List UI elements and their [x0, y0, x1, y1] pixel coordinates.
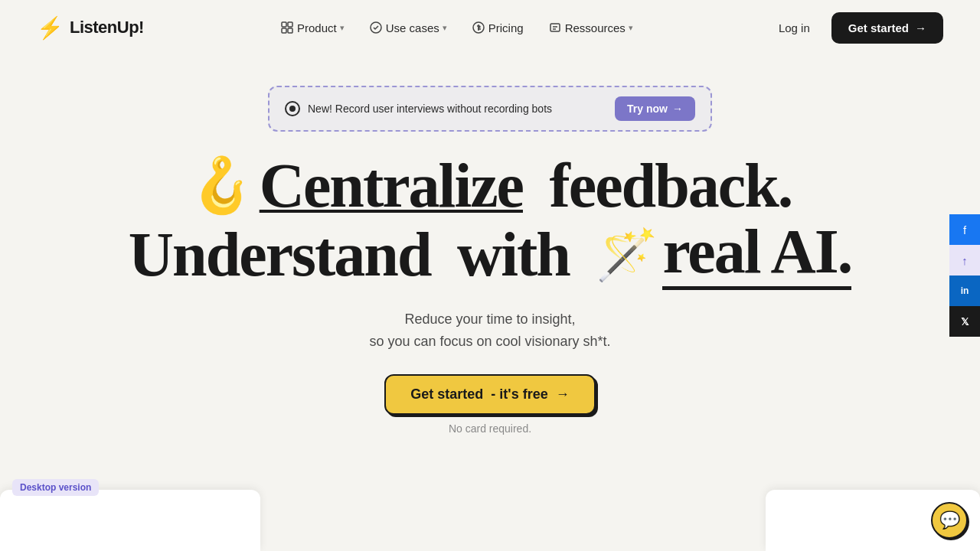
hero-word-real-ai: real AI. [662, 219, 851, 290]
product-label: Product [297, 21, 337, 34]
cta-rest-text: - it's free [491, 386, 547, 403]
nav-item-use-cases[interactable]: Use cases ▾ [358, 15, 458, 41]
hero-line2: Understand with 🪄 real AI. [31, 219, 949, 290]
linkedin-share-button[interactable]: in [949, 276, 980, 306]
logo[interactable]: ⚡ ListenUp! [37, 15, 144, 41]
get-started-nav-button[interactable]: Get started → [831, 12, 943, 44]
banner-text: New! Record user interviews without reco… [308, 103, 552, 115]
banner-left: New! Record user interviews without reco… [285, 101, 552, 116]
get-started-main-button[interactable]: Get started - it's free → [384, 374, 595, 415]
chat-icon: 💬 [939, 510, 960, 530]
pricing-icon [472, 21, 485, 34]
banner-container: New! Record user interviews without reco… [0, 86, 980, 132]
social-sidebar: f ↑ in 𝕏 [949, 214, 980, 337]
resources-chevron: ▾ [629, 23, 633, 33]
hero-subtitle-line1: Reduce your time to insight, [31, 308, 949, 331]
cta-bold-text: Get started [410, 386, 483, 403]
resources-icon [548, 21, 562, 34]
hero-line1: 🪝 Centralize feedback. [31, 153, 949, 219]
hero-word-understand: Understand [129, 222, 431, 288]
share-button[interactable]: ↑ [949, 245, 980, 276]
svg-rect-3 [288, 28, 292, 33]
login-button[interactable]: Log in [769, 15, 819, 41]
use-cases-chevron: ▾ [443, 23, 447, 33]
hero-title: 🪝 Centralize feedback. Understand with 🪄… [31, 153, 949, 290]
bottom-preview: Desktop version [0, 490, 980, 551]
navbar: ⚡ ListenUp! Product ▾ Use cases ▾ [0, 0, 980, 55]
chat-bubble-button[interactable]: 💬 [931, 502, 968, 539]
use-cases-label: Use cases [386, 21, 439, 34]
linkedin-icon: in [961, 285, 969, 296]
announcement-banner: New! Record user interviews without reco… [268, 86, 712, 132]
hero-word-feedback: feedback. [549, 153, 792, 219]
share-icon: ↑ [962, 254, 968, 267]
svg-rect-6 [550, 24, 560, 31]
hero-word-with: with [457, 222, 570, 288]
desktop-badge: Desktop version [12, 479, 99, 496]
hero-word-centralize: Centralize [260, 153, 523, 219]
cta-arrow: → [556, 386, 570, 403]
hero-subtitle: Reduce your time to insight, so you can … [31, 308, 949, 353]
nav-item-resources[interactable]: Ressources ▾ [537, 15, 644, 41]
hero-subtitle-line2: so you can focus on cool visionary sh*t. [31, 331, 949, 353]
facebook-share-button[interactable]: f [949, 214, 980, 245]
product-chevron: ▾ [340, 23, 345, 33]
record-icon [285, 101, 300, 116]
cta-section: Get started - it's free → No card requir… [31, 374, 949, 435]
logo-icon: ⚡ [37, 15, 64, 41]
pricing-label: Pricing [488, 21, 524, 34]
svg-rect-2 [282, 28, 286, 33]
try-now-button[interactable]: Try now → [615, 96, 695, 121]
nav-links: Product ▾ Use cases ▾ Pricing [270, 15, 644, 41]
svg-rect-0 [282, 22, 286, 27]
nav-item-product[interactable]: Product ▾ [270, 15, 355, 41]
nav-right: Log in Get started → [769, 12, 943, 44]
use-cases-icon [369, 21, 383, 34]
record-dot [289, 106, 296, 112]
svg-rect-1 [288, 22, 292, 27]
facebook-icon: f [963, 223, 966, 236]
logo-text: ListenUp! [70, 18, 144, 37]
nav-item-pricing[interactable]: Pricing [461, 15, 534, 41]
resources-label: Ressources [565, 21, 626, 34]
magic-emoji: 🪄 [596, 229, 656, 281]
no-card-text: No card required. [449, 422, 531, 435]
product-icon [280, 21, 294, 34]
hook-emoji: 🪝 [188, 158, 253, 214]
twitter-icon: 𝕏 [961, 316, 969, 328]
twitter-share-button[interactable]: 𝕏 [949, 306, 980, 337]
hero-section: 🪝 Centralize feedback. Understand with 🪄… [0, 153, 980, 435]
preview-card-left: Desktop version [0, 490, 260, 551]
